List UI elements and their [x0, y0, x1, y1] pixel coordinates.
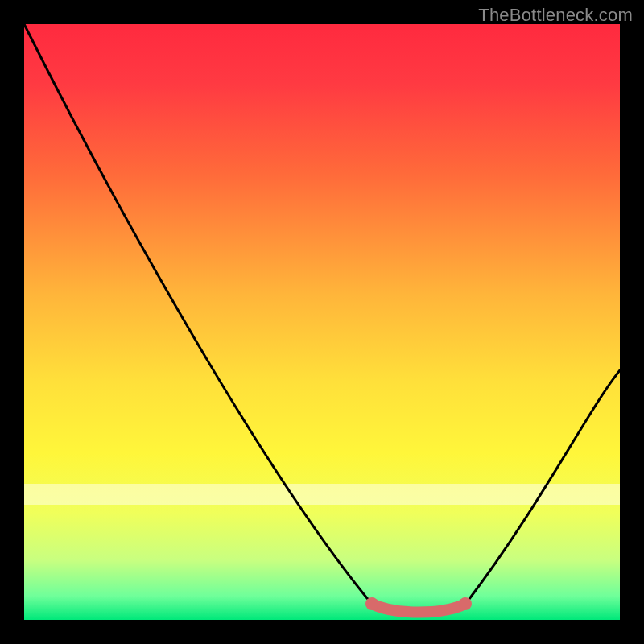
curve-left — [24, 24, 370, 602]
optimum-segment — [372, 604, 465, 613]
plot-area — [24, 24, 620, 620]
watermark-text: TheBottleneck.com — [478, 5, 633, 26]
bottleneck-curve — [24, 24, 620, 620]
chart-frame: TheBottleneck.com — [0, 0, 644, 644]
optimum-dot-left — [365, 597, 378, 610]
curve-right — [467, 370, 620, 602]
optimum-dot-right — [459, 597, 472, 610]
